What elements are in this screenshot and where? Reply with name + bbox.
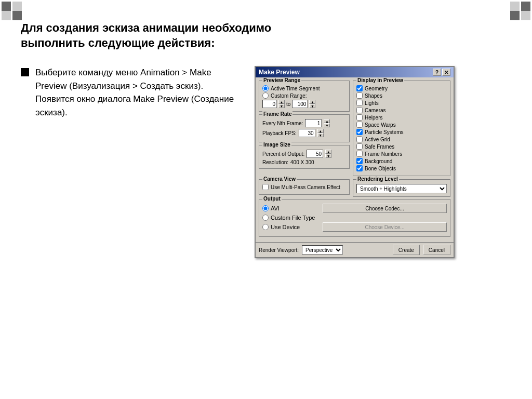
shapes-checkbox[interactable] xyxy=(356,92,363,99)
text-section: Выберите команду меню Animation > Make P… xyxy=(21,66,239,119)
active-grid-checkbox[interactable] xyxy=(356,136,363,142)
lights-label: Lights xyxy=(365,100,379,106)
dialog-body: Preview Range Active Time Segment Custom… xyxy=(256,77,454,242)
choose-device-button: Choose Device... xyxy=(323,222,447,232)
range-to-up[interactable]: ▲ xyxy=(309,100,315,104)
image-size-label: Image Size xyxy=(262,142,291,148)
space-warps-label: Space Warps xyxy=(365,122,396,128)
range-from-input[interactable] xyxy=(262,100,277,108)
every-nth-input[interactable] xyxy=(305,119,322,127)
percent-input[interactable] xyxy=(307,150,323,158)
display-lights: Lights xyxy=(356,100,447,106)
playback-fps-up[interactable]: ▲ xyxy=(317,129,324,133)
range-to-spinners: ▲ ▼ xyxy=(309,100,315,108)
image-size-group: Image Size Percent of Output: ▲ ▼ xyxy=(259,145,350,169)
frame-numbers-label: Frame Numbers xyxy=(365,151,402,157)
display-cameras: Cameras xyxy=(356,107,447,113)
custom-file-radio[interactable] xyxy=(262,215,269,221)
background-label: Background xyxy=(365,158,392,164)
bullet-text: Выберите команду меню Animation > Make P… xyxy=(35,66,239,119)
playback-fps-down[interactable]: ▼ xyxy=(317,133,324,137)
bullet-icon xyxy=(21,68,29,76)
rendering-level-box: Rendering Level Smooth + Highlights Smoo… xyxy=(353,179,450,197)
percent-row: Percent of Output: ▲ ▼ xyxy=(262,150,346,158)
use-device-radio[interactable] xyxy=(262,224,269,230)
safe-frames-checkbox[interactable] xyxy=(356,143,363,150)
percent-down[interactable]: ▼ xyxy=(325,154,331,158)
active-grid-label: Active Grid xyxy=(365,137,390,142)
to-label: to xyxy=(286,101,290,107)
cancel-button[interactable]: Cancel xyxy=(423,245,450,255)
lights-checkbox[interactable] xyxy=(356,100,363,106)
preview-range-label: Preview Range xyxy=(262,77,301,83)
every-nth-down[interactable]: ▼ xyxy=(324,123,330,127)
custom-file-option: Custom File Type xyxy=(262,215,320,221)
multipass-checkbox[interactable] xyxy=(262,184,269,190)
use-device-label: Use Device xyxy=(271,224,300,230)
heading-line2: выполнить следующие действия: xyxy=(21,36,215,49)
geometry-checkbox[interactable] xyxy=(356,85,363,91)
percent-spinners: ▲ ▼ xyxy=(325,150,331,158)
particle-systems-label: Particle Systems xyxy=(365,129,403,135)
frame-rate-content: Every Nth Frame: ▲ ▼ Playback FPS: xyxy=(262,119,346,137)
display-active-grid: Active Grid xyxy=(356,136,447,142)
playback-fps-input[interactable] xyxy=(299,129,315,137)
percent-up[interactable]: ▲ xyxy=(325,150,331,154)
range-to-input[interactable] xyxy=(292,100,308,108)
range-from-down[interactable]: ▼ xyxy=(278,104,285,108)
camera-view-content: Use Multi-Pass Camera Effect xyxy=(262,184,346,190)
frame-rate-group: Frame Rate Every Nth Frame: ▲ ▼ xyxy=(259,114,350,142)
percent-label: Percent of Output: xyxy=(262,151,304,157)
range-to-down[interactable]: ▼ xyxy=(309,104,315,108)
playback-fps-row: Playback FPS: ▲ ▼ xyxy=(262,129,346,137)
create-button[interactable]: Create xyxy=(393,245,420,255)
output-content: AVI Choose Codec... Custom File Type xyxy=(262,204,447,232)
rendering-level-select[interactable]: Smooth + Highlights Smooth Facets Flat H… xyxy=(356,184,447,193)
cameras-label: Cameras xyxy=(365,108,386,113)
every-nth-spinners: ▲ ▼ xyxy=(324,119,330,127)
resolution-value: 400 X 300 xyxy=(290,159,314,165)
use-device-option: Use Device xyxy=(262,224,320,230)
range-from-spinners: ▲ ▼ xyxy=(278,100,285,108)
cameras-checkbox[interactable] xyxy=(356,107,363,113)
left-panel: Preview Range Active Time Segment Custom… xyxy=(259,81,350,176)
avi-row: AVI Choose Codec... xyxy=(262,204,447,213)
display-shapes: Shapes xyxy=(356,92,447,99)
choose-codec-button[interactable]: Choose Codec... xyxy=(323,204,447,213)
safe-frames-label: Safe Frames xyxy=(365,144,394,150)
heading-line1: Для создания эскиза анимации необходимо xyxy=(21,21,271,34)
titlebar-buttons: ? ✕ xyxy=(433,69,450,76)
shapes-label: Shapes xyxy=(365,93,382,99)
bone-objects-checkbox[interactable] xyxy=(356,165,363,171)
background-checkbox[interactable] xyxy=(356,158,363,164)
every-nth-row: Every Nth Frame: ▲ ▼ xyxy=(262,119,346,127)
range-from-up[interactable]: ▲ xyxy=(278,100,285,104)
particle-systems-checkbox[interactable] xyxy=(356,129,363,135)
preview-range-content: Active Time Segment Custom Range: ▲ xyxy=(262,85,346,108)
space-warps-checkbox[interactable] xyxy=(356,122,363,128)
resolution-label: Resolution: xyxy=(262,159,288,165)
viewport-select[interactable]: Perspective Top Front Left Camera Light xyxy=(302,245,343,255)
dialog-titlebar: Make Preview ? ✕ xyxy=(256,67,454,77)
active-segment-radio[interactable] xyxy=(262,85,269,91)
frame-numbers-checkbox[interactable] xyxy=(356,151,363,157)
help-button[interactable]: ? xyxy=(433,69,441,76)
helpers-checkbox[interactable] xyxy=(356,114,363,121)
every-nth-label: Every Nth Frame: xyxy=(262,121,303,126)
display-preview-group: Display in Preview Geometry Shapes xyxy=(353,81,450,176)
every-nth-up[interactable]: ▲ xyxy=(324,119,330,123)
display-background: Background xyxy=(356,158,447,164)
deco-left-2 xyxy=(0,9,23,22)
avi-label: AVI xyxy=(271,205,280,211)
display-geometry: Geometry xyxy=(356,85,447,91)
multipass-row: Use Multi-Pass Camera Effect xyxy=(262,184,346,190)
custom-range-radio[interactable] xyxy=(262,92,269,99)
render-viewport-label: Render Viewport: xyxy=(259,247,299,253)
use-device-row: Use Device Choose Device... xyxy=(262,222,447,232)
rendering-level-label: Rendering Level xyxy=(356,176,399,182)
bullet-item: Выберите команду меню Animation > Make P… xyxy=(21,66,239,119)
preview-range-group: Preview Range Active Time Segment Custom… xyxy=(259,81,350,112)
active-segment-row: Active Time Segment xyxy=(262,85,346,91)
avi-radio[interactable] xyxy=(262,205,269,211)
close-button[interactable]: ✕ xyxy=(442,69,450,76)
